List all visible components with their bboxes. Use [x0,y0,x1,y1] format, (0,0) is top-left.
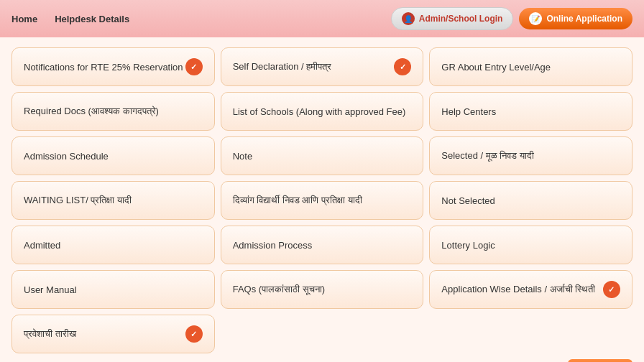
admin-login-button[interactable]: 👤 Admin/School Login [391,7,514,30]
card-label-required-docs: Required Docs (आवश्यक कागदपत्रे) [24,106,159,117]
card-badge-application-wise [603,281,620,298]
card-required-docs[interactable]: Required Docs (आवश्यक कागदपत्रे) [12,92,215,131]
card-badge-praveshachi-tarikh [185,325,203,343]
card-praveshachi-tarikh[interactable]: प्रवेशाची तारीख [12,315,215,353]
card-waiting-list[interactable]: WAITING LIST/ प्रतिक्षा यादी [12,181,215,220]
card-label-gr-entry-level: GR About Entry Level/Age [441,62,551,73]
show-all-section: Show All [12,353,632,362]
card-divyang-students[interactable]: दिव्यांग विद्यार्थी निवड आणि प्रतिक्षा य… [221,181,424,220]
card-label-divyang-students: दिव्यांग विद्यार्थी निवड आणि प्रतिक्षा य… [233,195,362,206]
card-admitted[interactable]: Admitted [12,226,215,264]
card-label-not-selected: Not Selected [441,195,494,206]
card-label-admission-process: Admission Process [233,240,313,251]
card-help-centers[interactable]: Help Centers [429,92,632,131]
card-badge-notifications-rte [185,58,203,75]
card-note[interactable]: Note [221,136,424,175]
card-label-praveshachi-tarikh: प्रवेशाची तारीख [24,328,76,340]
card-faqs[interactable]: FAQs (पालकांसाठी सूचना) [221,270,424,309]
card-label-user-manual: User Manual [24,284,77,295]
online-icon: 📝 [529,12,542,25]
card-gr-entry-level[interactable]: GR About Entry Level/Age [429,47,632,86]
admin-icon: 👤 [402,12,415,25]
card-label-application-wise: Application Wise Details / अर्जाची स्थित… [441,284,595,295]
card-notifications-rte[interactable]: Notifications for RTE 25% Reservation [12,47,215,86]
header: Home Helpdesk Details 👤 Admin/School Log… [0,0,644,37]
card-label-note: Note [233,151,252,162]
card-self-declaration[interactable]: Self Declaration / हमीपत्र [221,47,424,86]
card-label-help-centers: Help Centers [441,106,496,117]
show-all-button[interactable]: Show All [568,359,632,362]
card-label-self-declaration: Self Declaration / हमीपत्र [233,61,332,73]
card-admission-schedule[interactable]: Admission Schedule [12,136,215,175]
card-grid: Notifications for RTE 25% ReservationSel… [12,47,632,353]
main-content: Notifications for RTE 25% ReservationSel… [0,37,644,362]
nav-home[interactable]: Home [12,14,37,24]
nav-helpdesk[interactable]: Helpdesk Details [55,14,129,24]
card-label-list-schools: List of Schools (Along with approved Fee… [233,106,406,117]
header-actions: 👤 Admin/School Login 📝 Online Applicatio… [391,7,632,30]
card-selected-mool[interactable]: Selected / मूळ निवड यादी [429,136,632,175]
card-label-waiting-list: WAITING LIST/ प्रतिक्षा यादी [24,195,132,206]
card-label-notifications-rte: Notifications for RTE 25% Reservation [24,62,183,73]
card-label-lottery-logic: Lottery Logic [441,240,494,251]
card-label-faqs: FAQs (पालकांसाठी सूचना) [233,284,325,295]
card-user-manual[interactable]: User Manual [12,270,215,309]
card-list-schools[interactable]: List of Schools (Along with approved Fee… [221,92,424,131]
card-label-admission-schedule: Admission Schedule [24,151,109,162]
card-badge-self-declaration [394,58,411,75]
card-not-selected[interactable]: Not Selected [429,181,632,220]
online-application-button[interactable]: 📝 Online Application [519,8,632,29]
nav: Home Helpdesk Details [12,14,129,24]
card-application-wise[interactable]: Application Wise Details / अर्जाची स्थित… [429,270,632,309]
card-label-admitted: Admitted [24,240,60,251]
card-label-selected-mool: Selected / मूळ निवड यादी [441,150,534,162]
card-admission-process[interactable]: Admission Process [221,226,424,264]
card-lottery-logic[interactable]: Lottery Logic [429,226,632,264]
